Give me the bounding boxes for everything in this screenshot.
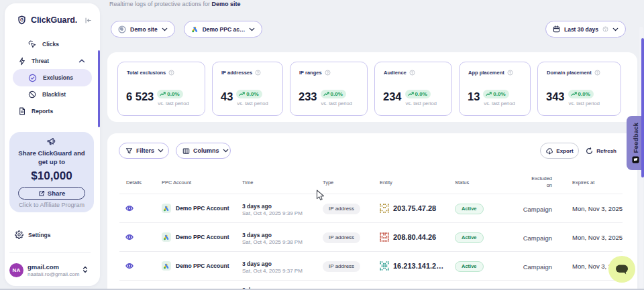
- chat-bubble-icon: [614, 263, 629, 275]
- affiliate-promo-card: Share ClickGuard and get up to $10,000 S…: [9, 132, 94, 212]
- stat-label: Domain placement: [547, 70, 592, 76]
- sidebar-item-blacklist[interactable]: Blacklist: [28, 86, 66, 103]
- column-header-type[interactable]: Type: [323, 179, 333, 186]
- details-eye-icon[interactable]: [125, 263, 133, 269]
- sidebar-item-threat[interactable]: Threat: [19, 52, 85, 70]
- sidebar-item-label: Threat: [32, 58, 49, 64]
- columns-dropdown[interactable]: Columns: [176, 143, 231, 159]
- column-header-time[interactable]: Time: [242, 179, 253, 186]
- stat-value: 233: [299, 92, 317, 102]
- sidebar-scrollbar-thumb[interactable]: [98, 50, 100, 127]
- help-circle-icon[interactable]: [255, 70, 261, 76]
- ppc-account-cell: Demo PPC Account: [162, 261, 229, 271]
- column-header-status[interactable]: Status: [455, 179, 469, 186]
- promo-amount: $10,000: [9, 169, 94, 183]
- filters-label: Filters: [136, 147, 154, 154]
- page-scrollbar-thumb[interactable]: [641, 38, 644, 177]
- sidebar-collapse-icon[interactable]: [85, 17, 92, 24]
- chevron-down-icon: [162, 27, 168, 31]
- refresh-icon: [586, 147, 593, 155]
- clickguard-shield-icon: G: [17, 15, 26, 25]
- sidebar-item-reports[interactable]: Reports: [19, 102, 53, 120]
- help-circle-icon[interactable]: [325, 70, 331, 76]
- trend-up-icon: [239, 92, 245, 96]
- account-filter-dropdown[interactable]: Demo PPC ac…: [184, 21, 263, 38]
- chevron-updown-icon: [83, 266, 88, 273]
- details-eye-icon[interactable]: [125, 205, 133, 212]
- stat-caption: vs. last period: [406, 100, 437, 106]
- status-cell: Active: [455, 232, 484, 243]
- ppc-account-cell: Demo PPC Account: [162, 232, 229, 242]
- time-absolute: Sat, Oct 4, 2025 9:37 PM: [242, 268, 303, 274]
- type-cell: IP address: [323, 204, 360, 214]
- column-header-excluded-on[interactable]: Excluded on: [531, 175, 552, 189]
- refresh-button[interactable]: Refresh: [586, 143, 616, 158]
- expires-at-cell: Mon, Nov 3, 2025: [572, 205, 623, 212]
- help-circle-icon[interactable]: [168, 70, 174, 76]
- stat-label: App placement: [468, 70, 504, 76]
- column-header-ppc-account[interactable]: PPC Account: [162, 179, 191, 186]
- stat-label: Total exclusions: [127, 70, 166, 76]
- time-absolute: Sat, Oct 4, 2025 9:39 PM: [242, 210, 303, 216]
- help-circle-icon[interactable]: [507, 70, 513, 76]
- share-button[interactable]: Share: [18, 187, 85, 200]
- date-range-value: Last 30 days: [564, 26, 598, 33]
- cloud-download-icon: [545, 147, 553, 155]
- site-filter-dropdown[interactable]: Demo site: [111, 21, 175, 38]
- trend-up-icon: [323, 92, 329, 96]
- lightning-icon: [19, 57, 25, 66]
- column-header-expires-at[interactable]: Expires at: [572, 179, 594, 186]
- export-button[interactable]: Export: [540, 143, 579, 159]
- type-cell: IP address: [323, 232, 360, 243]
- sidebar-item-settings[interactable]: Settings: [15, 230, 51, 240]
- chat-launcher-button[interactable]: [608, 256, 635, 283]
- entity-value: 208.80.44.26: [393, 233, 436, 241]
- export-label: Export: [556, 148, 573, 154]
- refresh-label: Refresh: [596, 148, 616, 154]
- column-header-details[interactable]: Details: [126, 179, 142, 186]
- stat-card-ip-addresses: IP addresses 43 0.0% vs. last period: [212, 62, 283, 116]
- gear-icon: [15, 230, 23, 239]
- promo-caption[interactable]: Click to Affiliate Program: [9, 202, 94, 208]
- sidebar-item-label: Blacklist: [42, 91, 66, 98]
- sidebar-item-label: Clicks: [42, 41, 59, 48]
- stat-card-ip-ranges: IP ranges 233 0.0% vs. last period: [290, 62, 368, 116]
- sidebar-item-clicks[interactable]: Clicks: [28, 35, 59, 53]
- identicon: [380, 204, 389, 213]
- excluded-on-cell: Campaign: [512, 234, 552, 242]
- stat-card-total-exclusions: Total exclusions 6 523 0.0% vs. last per…: [117, 62, 205, 116]
- megaphone-icon: [46, 137, 57, 147]
- entity-cell: 208.80.44.26: [380, 232, 436, 242]
- google-ads-account-icon: [162, 261, 171, 271]
- status-badge: Active: [455, 204, 484, 214]
- stat-caption: vs. last period: [321, 100, 352, 106]
- chevron-down-icon: [223, 149, 229, 153]
- stat-value: 43: [221, 92, 233, 102]
- status-cell: Active: [455, 204, 484, 214]
- filters-dropdown[interactable]: Filters: [119, 143, 169, 159]
- sidebar-item-exclusions[interactable]: Exclusions: [28, 69, 73, 86]
- stat-caption: vs. last period: [158, 100, 189, 106]
- user-email: naatali.ro@gmail.com: [28, 271, 79, 277]
- help-circle-icon[interactable]: [594, 70, 600, 76]
- sidebar-divider: [9, 252, 91, 252]
- time-cell: 3 days ago Sat, Oct 4, 2025 9:37 PM: [242, 261, 303, 274]
- help-circle-icon[interactable]: [409, 70, 415, 76]
- stat-value: 13: [468, 92, 480, 102]
- table-row: 3 days ago: [107, 281, 637, 289]
- date-range-dropdown[interactable]: Last 30 days: [545, 21, 626, 38]
- column-header-entity[interactable]: Entity: [380, 179, 392, 186]
- promo-text-line2: get up to: [9, 158, 94, 165]
- sidebar-item-label: Reports: [32, 108, 53, 115]
- details-eye-icon[interactable]: [125, 234, 133, 240]
- logo[interactable]: G ClickGuard.: [17, 15, 77, 25]
- trend-badge: 0.0%: [483, 90, 508, 98]
- document-icon: [19, 107, 25, 115]
- status-cell: Active: [455, 261, 484, 272]
- trend-value: 0.0%: [415, 91, 427, 97]
- type-cell: IP address: [323, 261, 360, 272]
- funnel-icon: [125, 147, 133, 155]
- excluded-on-cell: Campaign: [512, 206, 552, 213]
- sidebar: G ClickGuard. Clicks Threat: [5, 3, 100, 286]
- chevron-down-icon: [612, 27, 619, 31]
